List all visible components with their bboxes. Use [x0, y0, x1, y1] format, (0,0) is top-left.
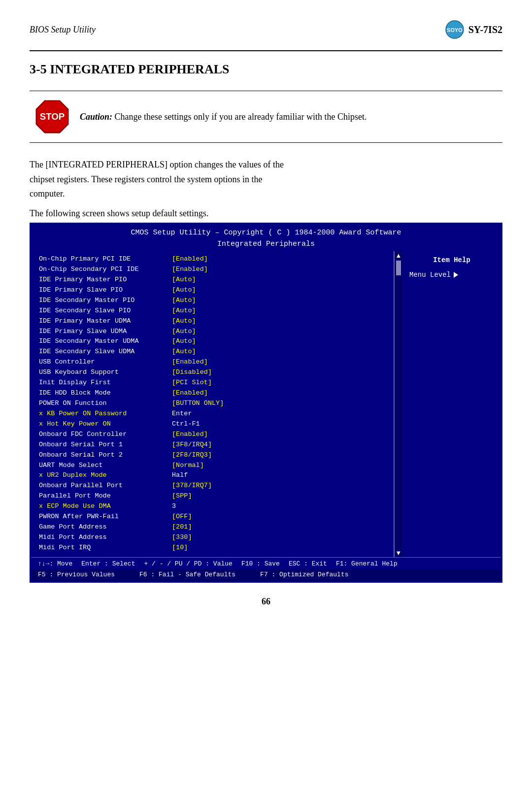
stop-sign-icon: STOP [34, 99, 70, 134]
cmos-row-label: IDE Primary Slave PIO [39, 285, 172, 296]
cmos-title-line1: CMOS Setup Utility – Copyright ( C ) 198… [31, 228, 501, 239]
cmos-row-label: x UR2 Duplex Mode [39, 470, 172, 481]
cmos-scrollbar[interactable]: ▲ ▼ [395, 251, 402, 557]
cmos-row[interactable]: IDE HDD Block Mode[Enabled] [39, 388, 390, 398]
cmos-row-value: 3 [172, 501, 176, 512]
caution-body: Change these settings only if you are al… [112, 112, 366, 122]
cmos-row[interactable]: Onboard FDC Controller[Enabled] [39, 430, 390, 440]
cmos-row[interactable]: IDE Secondary Master PIO[Auto] [39, 296, 390, 306]
scrollbar-up-arrow[interactable]: ▲ [396, 252, 402, 259]
cmos-row[interactable]: POWER ON Function[BUTTON ONLY] [39, 398, 390, 409]
header-model: SOYO SY-7IS2 [445, 20, 502, 39]
footer-move: ↑↓→: Move [38, 560, 72, 567]
cmos-row-label: IDE Primary Master PIO [39, 275, 172, 285]
cmos-row[interactable]: x ECP Mode Use DMA3 [39, 501, 390, 512]
cmos-row[interactable]: Onboard Serial Port 2[2F8/IRQ3] [39, 450, 390, 461]
cmos-row-label: UART Mode Select [39, 461, 172, 471]
cmos-row-value: [PCI Slot] [172, 378, 212, 388]
cmos-row-value: [2F8/IRQ3] [172, 450, 212, 461]
menu-level-label: Menu Level [409, 271, 451, 279]
cmos-row[interactable]: Onboard Serial Port 1[3F8/IRQ4] [39, 440, 390, 450]
cmos-row-label: x Hot Key Power ON [39, 419, 172, 430]
cmos-row-label: x ECP Mode Use DMA [39, 501, 172, 512]
cmos-row-value: [Enabled] [172, 430, 208, 440]
cmos-item-help: Item Help Menu Level [402, 251, 501, 557]
cmos-row[interactable]: IDE Primary Master UDMA[Auto] [39, 316, 390, 327]
svg-text:STOP: STOP [40, 111, 65, 122]
cmos-row-label: IDE Primary Slave UDMA [39, 327, 172, 337]
cmos-row-value: [Auto] [172, 336, 196, 347]
cmos-row-label: Onboard Serial Port 1 [39, 440, 172, 450]
cmos-row[interactable]: IDE Secondary Master UDMA[Auto] [39, 336, 390, 347]
cmos-row[interactable]: On-Chip Primary PCI IDE[Enabled] [39, 254, 390, 265]
cmos-row[interactable]: x UR2 Duplex ModeHalf [39, 470, 390, 481]
cmos-row-value: [Auto] [172, 275, 196, 285]
header-title: BIOS Setup Utility [30, 25, 96, 35]
cmos-row[interactable]: UART Mode Select[Normal] [39, 461, 390, 471]
cmos-row-label: On-Chip Primary PCI IDE [39, 254, 172, 265]
cmos-row-value: [330] [172, 532, 192, 543]
cmos-row[interactable]: Init Display First[PCI Slot] [39, 378, 390, 388]
cmos-row[interactable]: IDE Primary Master PIO[Auto] [39, 275, 390, 285]
page-number: 66 [30, 597, 502, 607]
footer-help: F1: General Help [336, 560, 398, 567]
cmos-row[interactable]: Midi Port IRQ[10] [39, 543, 390, 553]
cmos-row[interactable]: On-Chip Secondary PCI IDE[Enabled] [39, 265, 390, 275]
cmos-row-label: Onboard Serial Port 2 [39, 450, 172, 461]
cmos-row[interactable]: Onboard Parallel Port[378/IRQ7] [39, 481, 390, 491]
cmos-row[interactable]: Midi Port Address[330] [39, 532, 390, 543]
cmos-row[interactable]: x Hot Key Power ONCtrl-F1 [39, 419, 390, 430]
cmos-row-label: On-Chip Secondary PCI IDE [39, 265, 172, 275]
cmos-row-label: IDE Primary Master UDMA [39, 316, 172, 327]
menu-level-arrow-icon [454, 272, 458, 278]
footer-exit: ESC : Exit [289, 560, 327, 567]
cmos-row[interactable]: IDE Secondary Slave PIO[Auto] [39, 306, 390, 316]
cmos-row-label: Onboard Parallel Port [39, 481, 172, 491]
footer-prev: F5 : Previous Values [38, 571, 115, 578]
caution-label: Caution: [80, 112, 112, 122]
footer-fail: F6 : Fail - Safe Defaults [139, 571, 235, 578]
scrollbar-thumb [396, 261, 401, 275]
footer-value: + / - / PU / PD : Value [144, 560, 232, 567]
cmos-row-value: [Enabled] [172, 388, 208, 398]
cmos-row-label: IDE Secondary Slave PIO [39, 306, 172, 316]
cmos-row-value: [Auto] [172, 316, 196, 327]
cmos-row[interactable]: PWRON After PWR-Fail[OFF] [39, 512, 390, 522]
cmos-row[interactable]: Parallel Port Mode[SPP] [39, 491, 390, 501]
cmos-row[interactable]: IDE Primary Slave PIO[Auto] [39, 285, 390, 296]
cmos-row-label: IDE Secondary Master UDMA [39, 336, 172, 347]
scrollbar-down-arrow[interactable]: ▼ [396, 550, 402, 556]
cmos-row-label: IDE Secondary Slave UDMA [39, 347, 172, 357]
footer-save: F10 : Save [241, 560, 280, 567]
cmos-row-value: [BUTTON ONLY] [172, 398, 224, 409]
cmos-row[interactable]: USB Controller[Enabled] [39, 357, 390, 367]
cmos-row-value: [3F8/IRQ4] [172, 440, 212, 450]
cmos-row[interactable]: IDE Secondary Slave UDMA[Auto] [39, 347, 390, 357]
cmos-row-value: [Enabled] [172, 254, 208, 265]
cmos-row-value: [Enabled] [172, 265, 208, 275]
soyo-logo-icon: SOYO [445, 20, 465, 39]
cmos-row-label: POWER ON Function [39, 398, 172, 409]
cmos-row-label: USB Keyboard Support [39, 367, 172, 378]
cmos-footer-row2: F5 : Previous Values F6 : Fail - Safe De… [31, 569, 501, 581]
bios-utility-label: BIOS Setup Utility [30, 25, 96, 34]
cmos-body: On-Chip Primary PCI IDE[Enabled]On-Chip … [31, 251, 501, 557]
cmos-row[interactable]: IDE Primary Slave UDMA[Auto] [39, 327, 390, 337]
cmos-row-label: Game Port Address [39, 522, 172, 532]
cmos-row-value: [Auto] [172, 306, 196, 316]
cmos-row-value: [Auto] [172, 327, 196, 337]
cmos-row-value: [SPP] [172, 491, 192, 501]
cmos-row-value: [Normal] [172, 461, 204, 471]
cmos-row[interactable]: Game Port Address[201] [39, 522, 390, 532]
cmos-footer-row1: ↑↓→: Move Enter : Select + / - / PU / PD… [31, 557, 501, 569]
cmos-row[interactable]: x KB Power ON PasswordEnter [39, 409, 390, 419]
cmos-row[interactable]: USB Keyboard Support[Disabled] [39, 367, 390, 378]
cmos-settings-list: On-Chip Primary PCI IDE[Enabled]On-Chip … [31, 251, 395, 557]
cmos-row-label: Parallel Port Mode [39, 491, 172, 501]
caution-box: STOP Caution: Change these settings only… [30, 91, 502, 143]
page-header: BIOS Setup Utility SOYO SY-7IS2 [30, 20, 502, 41]
header-divider [30, 50, 502, 51]
item-help-title: Item Help [409, 256, 494, 264]
caution-text: Caution: Change these settings only if y… [80, 110, 366, 124]
cmos-row-value: Enter [172, 409, 192, 419]
